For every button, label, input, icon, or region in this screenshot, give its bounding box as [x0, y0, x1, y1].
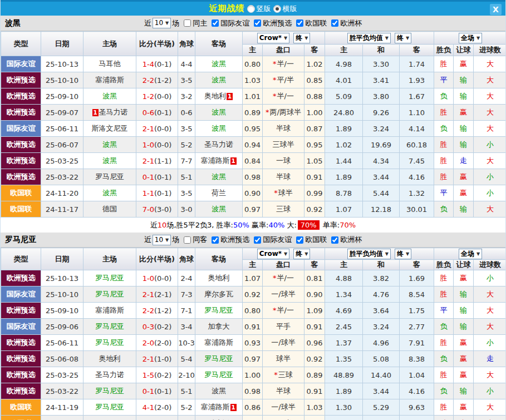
corner-score: 2-4 [178, 270, 195, 286]
recent-count-select[interactable]: 10 ▼ [153, 18, 171, 28]
results-table: 类型 日期 主场 比分(半场) 角球 客场 Crow* ▼ 终 [1, 31, 506, 218]
away-team-cell: 科索沃 [195, 416, 243, 420]
recent-count-select[interactable]: 10 ▼ [153, 235, 171, 245]
league-checkbox-2[interactable] [296, 236, 303, 244]
avg-stage-select[interactable]: 终 ▼ [395, 33, 411, 43]
league-checkbox-1[interactable] [254, 236, 261, 244]
league-checkbox-3[interactable] [331, 19, 338, 27]
home-odds: 0.94 [243, 137, 263, 153]
away-team-cell: 奥地利 [195, 270, 243, 286]
star-icon: * [273, 306, 277, 314]
match-row: 国际友谊25-09-06罗马尼亚0-3(0-2)3-4加拿大0.91平手0.91… [1, 319, 506, 335]
score-cell: 7-0(3-0) [136, 201, 178, 218]
radio-checked-icon[interactable] [273, 5, 281, 13]
avg-home-odds: 1.07 [325, 201, 363, 218]
avg-home-odds: 1.35 [325, 351, 363, 367]
avg-away-odds: 8.38 [400, 351, 434, 367]
corner-score: 5-1 [178, 383, 195, 399]
fulltime-select[interactable]: 全场 ▼ [459, 249, 482, 259]
corner-score: 5-2 [178, 137, 195, 153]
match-row: 欧洲预选25-06-08奥地利2-1(1-0)5-4罗马尼亚0.97球半0.92… [1, 351, 506, 367]
home-odds: 0.86 [243, 399, 263, 416]
avg-away-odds: 1.67 [400, 88, 434, 105]
fulltime-select[interactable]: 全场 ▼ [459, 33, 482, 43]
score-cell: 1-1(0-1) [136, 185, 178, 201]
odds-provider-select[interactable]: Crow* ▼ [257, 33, 290, 43]
home-odds: 0.90 [243, 185, 263, 201]
fulltime-score: 1-2 [143, 92, 154, 101]
match-date: 25-06-11 [41, 121, 83, 137]
goals-result-cell: 大 [474, 88, 506, 105]
col-header-away: 客场 [195, 248, 243, 270]
avg-draw-odds: 3.24 [363, 319, 400, 335]
avg-group-header: 胜平负均值 ▼ 终 ▼ [325, 248, 434, 260]
vertical-layout-label: 竖版 [257, 4, 271, 14]
handicap-line: 平/半 [263, 416, 304, 420]
fulltime-score: 1-4 [143, 60, 154, 68]
home-team-cell: 罗马尼亚 [83, 286, 136, 303]
chevron-down-icon: ▼ [385, 33, 389, 43]
avg-odds-select[interactable]: 胜平负均值 ▼ [347, 33, 391, 43]
handicap-line: 球半 [263, 351, 304, 367]
odds-provider-select[interactable]: Crow* ▼ [257, 249, 290, 259]
avg-draw-odds: 4.96 [363, 335, 400, 351]
avg-draw-odds: 14.40 [363, 367, 400, 383]
league-type-badge: 欧洲预选 [1, 383, 41, 399]
team-name-text: 德国 [102, 205, 117, 213]
handicap-line: *半/一 [263, 270, 304, 286]
result-cell: 负 [434, 201, 454, 218]
avg-draw-odds: 9.26 [363, 105, 400, 121]
team-title: 波黑 [5, 18, 21, 28]
handicap-text: 半球 [276, 172, 291, 181]
layout-option-horizontal[interactable]: 横版 [273, 4, 297, 14]
score-cell: 1-5(0-2) [136, 367, 178, 383]
chevron-down-icon: ▼ [284, 249, 287, 259]
team-name-text: 圣马力诺 [204, 140, 233, 149]
match-date: 25-06-07 [41, 137, 83, 153]
league-checkbox-3[interactable] [331, 236, 338, 244]
chevron-down-icon: ▼ [284, 33, 287, 43]
team-name-text: 罗马尼亚 [95, 172, 124, 181]
home-team-cell: 斯洛文尼亚 [83, 121, 136, 137]
result-cell: 胜 [434, 286, 454, 303]
halftime-score: (0-1) [154, 108, 171, 117]
league-checkbox-1[interactable] [254, 19, 261, 27]
handicap-result-cell: 输 [454, 137, 474, 153]
avg-odds-select[interactable]: 胜平负均值 ▼ [347, 249, 391, 259]
league-type-badge: 欧洲预选 [1, 270, 41, 286]
home-team-cell: 罗马尼亚 [83, 319, 136, 335]
match-row: 欧国联24-11-19罗马尼亚4-1(2-0)5-2塞浦路斯10.86一/球半1… [1, 399, 506, 416]
halftime-score: (0-0) [154, 92, 171, 101]
league-checkbox-0[interactable] [212, 19, 219, 27]
filter-bar: 波黑 近 10 ▼ 场 同主 国际友谊 欧洲预选 欧国联 欧洲杯 [1, 16, 505, 31]
league-checkbox-0[interactable] [212, 236, 219, 244]
sub-header-avg-home: 主 [325, 45, 363, 56]
goals-result-cell: 小 [474, 185, 506, 201]
sub-header-avg-home: 主 [325, 260, 363, 270]
match-date: 25-09-07 [41, 105, 83, 121]
same-away-checkbox[interactable] [184, 236, 191, 244]
league-checkbox-2[interactable] [296, 19, 303, 27]
odds-stage-select[interactable]: 终 ▼ [293, 249, 310, 259]
same-home-checkbox[interactable] [184, 19, 191, 27]
corner-score: 7-3 [178, 286, 195, 303]
away-team-cell: 荷兰 [195, 185, 243, 201]
corner-score: 3-5 [178, 72, 195, 88]
radio-unchecked-icon[interactable] [247, 5, 255, 13]
home-odds: 1.01 [243, 88, 263, 105]
league-type-badge: 欧洲预选 [1, 169, 41, 185]
fulltime-score: 1-5 [143, 371, 154, 379]
league-type-badge: 国际友谊 [1, 319, 41, 335]
layout-option-vertical[interactable]: 竖版 [247, 4, 271, 14]
home-team-cell: 波黑 [83, 88, 136, 105]
handicap-text: 三球半 [273, 140, 294, 149]
result-cell: 平 [434, 185, 454, 201]
odds-stage-select[interactable]: 终 ▼ [293, 33, 310, 43]
away-team-cell: 波黑 [195, 72, 243, 88]
close-button[interactable]: X [490, 4, 502, 15]
avg-stage-select[interactable]: 终 ▼ [395, 249, 411, 259]
league-type-badge: 欧国联 [1, 185, 41, 201]
fulltime-score: 2-1 [143, 157, 154, 165]
match-date: 25-10-10 [41, 72, 83, 88]
score-cell: 2-1(2-1) [136, 286, 178, 303]
